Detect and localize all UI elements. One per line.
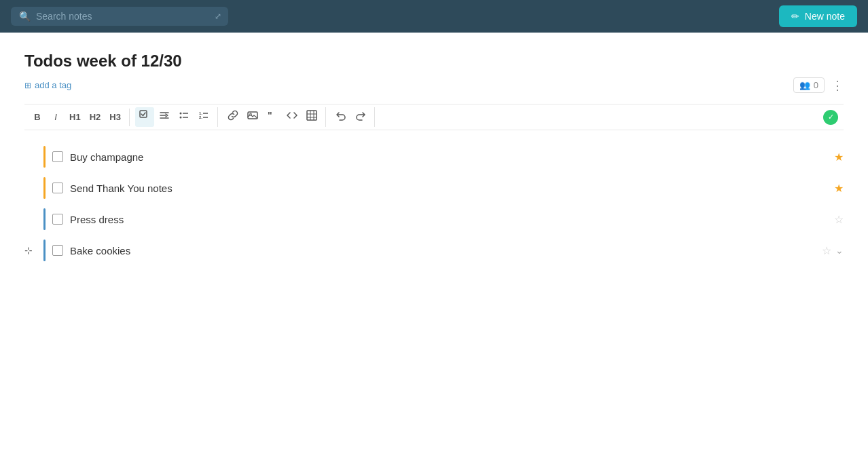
item-actions: ★	[834, 182, 844, 195]
image-button[interactable]	[243, 107, 262, 127]
search-box[interactable]: 🔍 ⤢	[11, 7, 228, 26]
todo-group: 1. 2.	[131, 107, 218, 127]
tag-icon: ⊞	[24, 81, 31, 90]
svg-text:2.: 2.	[199, 115, 202, 119]
todo-text[interactable]: Buy champagne	[70, 151, 834, 163]
save-indicator: ✓	[823, 110, 838, 125]
priority-border	[43, 240, 46, 261]
list-item: Send Thank You notes ★	[43, 172, 844, 204]
collab-count: 0	[814, 80, 818, 90]
search-input[interactable]	[36, 11, 220, 22]
insert-group: "	[219, 107, 326, 127]
pencil-icon: ✏	[791, 11, 799, 22]
star-icon[interactable]: ★	[834, 182, 844, 195]
priority-border	[43, 146, 46, 168]
topbar: 🔍 ⤢ ✏ New note	[0, 0, 868, 33]
search-icon: 🔍	[19, 11, 31, 22]
drag-handle[interactable]: ⊹	[24, 245, 33, 256]
code-button[interactable]	[283, 107, 302, 127]
star-icon[interactable]: ★	[834, 151, 844, 164]
h3-button[interactable]: H3	[105, 109, 125, 126]
tag-actions: 👥 0 ⋮	[793, 77, 844, 93]
new-note-label: New note	[805, 11, 845, 22]
note-title[interactable]: Todos week of 12/30	[24, 52, 844, 71]
list-item: Buy champagne ★	[43, 141, 844, 172]
bold-button[interactable]: B	[29, 109, 46, 126]
todo-checkbox[interactable]	[52, 183, 63, 193]
item-actions: ☆ ⌄	[822, 244, 844, 257]
svg-text:": "	[268, 110, 272, 121]
ordered-list-button[interactable]: 1. 2.	[194, 107, 213, 127]
more-options-button[interactable]: ⋮	[831, 79, 844, 92]
todo-list: Buy champagne ★ Send Thank You notes ★ P…	[24, 141, 844, 266]
link-button[interactable]	[223, 107, 242, 127]
table-button[interactable]	[302, 107, 321, 127]
expand-icon[interactable]: ⤢	[215, 12, 221, 21]
todo-text[interactable]: Send Thank You notes	[70, 183, 834, 194]
todo-text[interactable]: Press dress	[70, 214, 834, 225]
chevron-down-icon[interactable]: ⌄	[835, 245, 844, 256]
item-actions: ☆	[834, 213, 844, 226]
add-tag-label: add a tag	[35, 80, 71, 90]
tag-row: ⊞ add a tag 👥 0 ⋮	[24, 77, 844, 93]
priority-border	[43, 208, 46, 230]
italic-button[interactable]: I	[47, 109, 65, 126]
svg-rect-12	[307, 111, 317, 120]
checklist-button[interactable]	[135, 107, 154, 127]
list-item: Press dress ☆	[43, 204, 844, 235]
collab-button[interactable]: 👥 0	[793, 77, 825, 93]
editor-toolbar: B I H1 H2 H3	[24, 104, 844, 130]
people-icon: 👥	[799, 80, 810, 90]
quote-button[interactable]: "	[263, 107, 282, 127]
priority-border	[43, 177, 46, 199]
h2-button[interactable]: H2	[86, 109, 105, 126]
save-check-icon: ✓	[828, 113, 834, 121]
indent-button[interactable]	[155, 107, 174, 127]
undo-button[interactable]	[331, 107, 350, 127]
list-item: ⊹ Bake cookies ☆ ⌄	[43, 235, 844, 266]
star-icon[interactable]: ☆	[834, 213, 844, 226]
unordered-list-button[interactable]	[175, 107, 194, 127]
add-tag-link[interactable]: ⊞ add a tag	[24, 80, 71, 90]
text-style-group: B I H1 H2 H3	[24, 109, 130, 126]
todo-checkbox[interactable]	[52, 214, 63, 225]
new-note-button[interactable]: ✏ New note	[779, 5, 857, 27]
item-actions: ★	[834, 151, 844, 164]
svg-point-3	[179, 117, 181, 119]
todo-checkbox[interactable]	[52, 151, 63, 162]
todo-text[interactable]: Bake cookies	[70, 245, 822, 256]
redo-button[interactable]	[351, 107, 370, 127]
star-icon[interactable]: ☆	[822, 244, 831, 257]
note-editor: Todos week of 12/30 ⊞ add a tag 👥 0 ⋮ B …	[0, 33, 868, 458]
history-group	[327, 107, 375, 127]
svg-point-1	[179, 113, 181, 115]
h1-button[interactable]: H1	[65, 109, 85, 126]
todo-checkbox[interactable]	[52, 245, 63, 256]
